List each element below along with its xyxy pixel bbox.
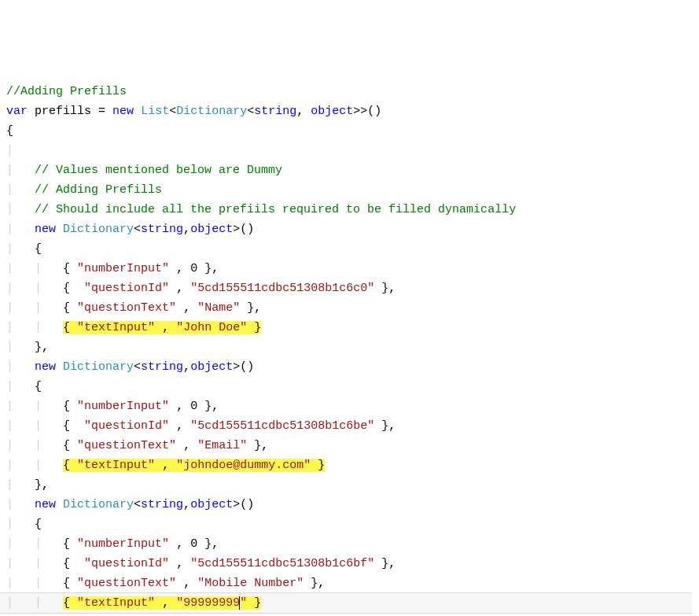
type-dictionary: Dictionary <box>63 360 134 374</box>
string-literal: "questionText" <box>77 439 176 452</box>
string-literal: "questionId" <box>84 557 169 570</box>
highlighted-line: { "textInput" , "johndoe@dummy.com" } <box>63 459 325 472</box>
operator: = <box>98 105 105 118</box>
string-literal: "questionId" <box>84 419 169 433</box>
keyword-new: new <box>35 498 56 511</box>
number-literal: 0 <box>190 262 197 275</box>
highlighted-line: { "textInput" , "John Doe" } <box>63 321 261 334</box>
brace-open: { <box>35 242 42 256</box>
type-dictionary: Dictionary <box>176 105 247 118</box>
string-literal: "5cd155511cdbc51308b1c6be" <box>190 419 374 433</box>
type-dictionary: Dictionary <box>63 223 134 236</box>
keyword-var: var <box>6 105 28 118</box>
string-literal: "Mobile Number" <box>197 577 304 590</box>
string-literal: "questionText" <box>77 301 176 315</box>
brace-open: { <box>35 518 42 531</box>
string-literal: "numberInput" <box>77 400 169 413</box>
string-literal: "5cd155511cdbc51308b1c6bf" <box>190 557 374 570</box>
string-literal: "Email" <box>197 439 247 452</box>
comment-line: // Values mentioned below are Dummy <box>35 164 282 177</box>
highlighted-line: { "textInput" , "99999999" } <box>63 596 261 610</box>
string-literal: "5cd155511cdbc51308b1c6c0" <box>190 282 374 295</box>
string-literal: "numberInput" <box>77 537 169 551</box>
number-literal: 0 <box>190 400 197 413</box>
type-object: object <box>311 105 353 118</box>
number-literal: 0 <box>190 537 197 551</box>
type-list: List <box>141 105 169 118</box>
string-literal: "questionText" <box>77 577 176 590</box>
keyword-new: new <box>35 223 56 236</box>
code-block[interactable]: //Adding Prefills var prefills = new Lis… <box>6 82 693 616</box>
identifier: prefills <box>35 105 91 118</box>
active-line: | | { "textInput" , "99999999" } <box>0 593 692 613</box>
comment-line: // Should include all the prefiils requi… <box>35 203 516 216</box>
brace-open: { <box>6 124 13 138</box>
brace-close: }, <box>35 341 49 354</box>
comment-line: // Adding Prefills <box>35 183 162 197</box>
keyword-new: new <box>112 105 134 118</box>
type-dictionary: Dictionary <box>63 498 134 511</box>
comment-line: //Adding Prefills <box>6 85 127 98</box>
brace-open: { <box>35 380 42 393</box>
keyword-new: new <box>35 360 56 374</box>
string-literal: "Name" <box>197 301 240 315</box>
string-literal: "questionId" <box>84 282 169 295</box>
type-string: string <box>254 105 296 118</box>
brace-close: }, <box>35 478 49 492</box>
string-literal: "numberInput" <box>77 262 169 275</box>
